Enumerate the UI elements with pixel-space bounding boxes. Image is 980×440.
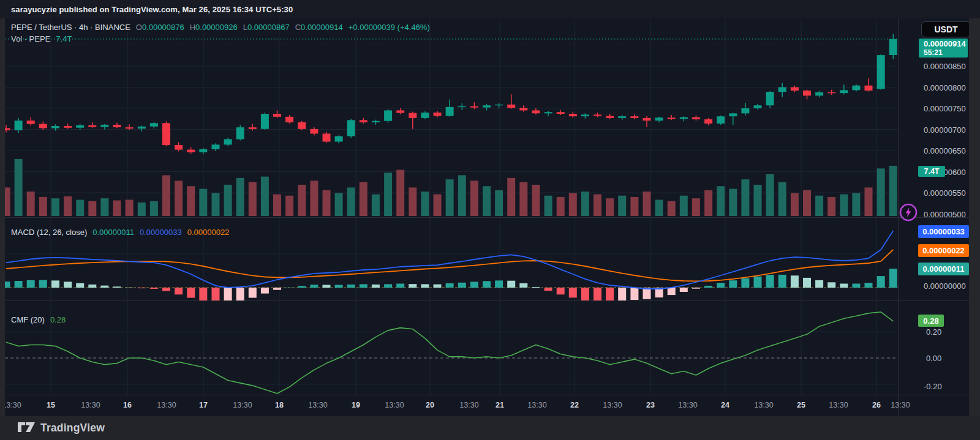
cmf-level-020: 0.20 <box>926 327 941 337</box>
chart-widget: PEPE / TetherUS · 4h · BINANCE O0.000008… <box>5 18 969 416</box>
time-tick-label: 22 <box>570 401 579 409</box>
time-tick-label: 13:30 <box>891 401 910 409</box>
time-tick-label: 24 <box>721 401 729 409</box>
price-tick-label: 0.00000650 <box>924 146 966 155</box>
chart-canvas[interactable] <box>5 18 969 416</box>
symbol-legend[interactable]: PEPE / TetherUS · 4h · BINANCE O0.000008… <box>11 23 430 32</box>
time-tick-label: 16 <box>123 401 132 409</box>
price-tick-label: 0.00000700 <box>924 125 966 135</box>
time-tick-label: 17 <box>199 401 208 409</box>
ohlc-high: H0.00000926 <box>190 23 238 32</box>
ohlc-close: C0.00000914 <box>295 23 343 32</box>
time-tick-label: 13:30 <box>603 401 622 409</box>
time-tick-label: 13:30 <box>233 401 252 409</box>
tradingview-logo-icon[interactable] <box>17 420 36 436</box>
price-tick-label: 0.00000800 <box>924 83 966 92</box>
price-change: +0.00000039 (+4.46%) <box>349 23 430 32</box>
time-tick-label: 13:30 <box>157 401 176 409</box>
ohlc-open: O0.00000876 <box>136 23 184 32</box>
time-tick-label: 13:30 <box>527 401 546 409</box>
currency-toggle-button[interactable]: USDT <box>921 21 969 37</box>
cmf-level-000: 0.00 <box>926 354 941 363</box>
macd-signal-badge: 0.00000022 <box>918 244 969 257</box>
lightning-icon[interactable] <box>899 203 918 222</box>
time-tick-label: 23 <box>646 401 655 409</box>
tradingview-wordmark[interactable]: TradingView <box>40 422 105 434</box>
time-tick-label: 26 <box>872 401 881 409</box>
time-tick-label: 13:30 <box>5 401 21 409</box>
macd-line-badge: 0.00000033 <box>918 225 969 238</box>
candle-countdown: 55:21 <box>924 48 943 57</box>
price-tick-label: 0.00000500 <box>924 210 966 219</box>
time-tick-label: 19 <box>352 401 360 409</box>
volume-legend[interactable]: Vol · PEPE 7.4T <box>11 34 72 43</box>
ohlc-low: L0.00000867 <box>243 23 290 32</box>
time-tick-label: 25 <box>797 401 805 409</box>
time-tick-label: 13:30 <box>678 401 697 409</box>
time-tick-label: 13:30 <box>829 401 848 409</box>
attribution-text: sarayucyzie published on TradingView.com… <box>11 5 293 14</box>
time-tick-label: 13:30 <box>754 401 773 409</box>
price-tick-label: 0.00000750 <box>924 104 966 113</box>
macd-line-value: 0.00000033 <box>140 228 182 237</box>
price-tick-label: 0.00000850 <box>924 62 966 71</box>
symbol-title: PEPE / TetherUS · 4h · BINANCE <box>11 23 130 32</box>
current-price-badge: 0.00000914 55:21 <box>919 39 968 58</box>
time-tick-label: 15 <box>47 401 55 409</box>
time-tick-label: 20 <box>426 401 434 409</box>
time-tick-label: 21 <box>496 401 504 409</box>
cmf-level-neg020: -0.20 <box>924 382 942 391</box>
current-price-value: 0.00000914 <box>924 40 966 48</box>
cmf-label: CMF (20) <box>11 315 45 324</box>
attribution-bar: sarayucyzie published on TradingView.com… <box>0 0 980 18</box>
volume-label: Vol · PEPE <box>11 34 50 43</box>
macd-legend[interactable]: MACD (12, 26, close) 0.00000011 0.000000… <box>11 228 229 237</box>
cmf-legend[interactable]: CMF (20) 0.28 <box>11 315 66 324</box>
time-tick-label: 13:30 <box>308 401 327 409</box>
time-tick-label: 13:30 <box>385 401 404 409</box>
time-tick-label: 13:30 <box>459 401 478 409</box>
macd-hist-value: 0.00000011 <box>92 228 134 237</box>
footer-bar: TradingView <box>0 416 980 440</box>
macd-zero-label: 0.00000000 <box>924 282 966 291</box>
cmf-value-badge: 0.28 <box>918 315 944 327</box>
time-tick-label: 13:30 <box>81 401 100 409</box>
cmf-value: 0.28 <box>50 315 66 324</box>
macd-hist-badge: 0.00000011 <box>918 263 969 275</box>
volume-axis-badge: 7.4T <box>918 166 945 177</box>
time-tick-label: 18 <box>275 401 284 409</box>
volume-value: 7.4T <box>56 34 72 43</box>
macd-signal-value: 0.00000022 <box>187 228 230 237</box>
macd-label: MACD (12, 26, close) <box>11 228 87 237</box>
price-tick-label: 0.00000550 <box>924 188 966 198</box>
